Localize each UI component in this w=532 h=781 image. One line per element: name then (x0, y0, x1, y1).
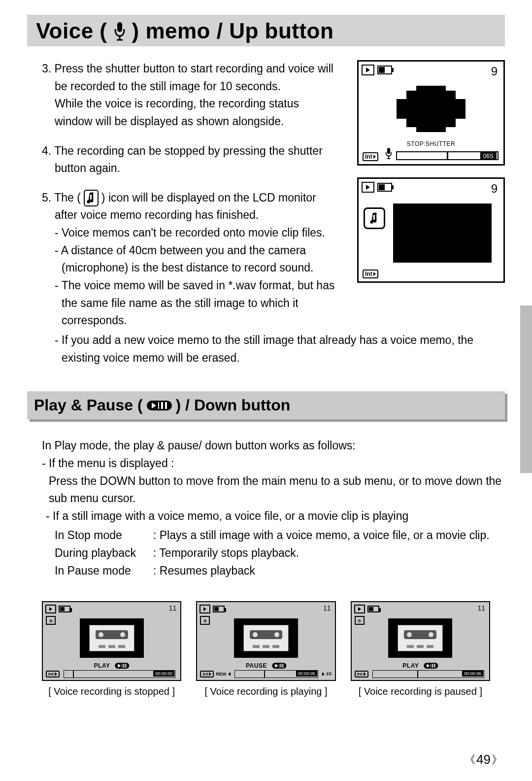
step-4-line: button again. (55, 160, 342, 177)
step-5-post: ) icon will be displayed on the LCD moni… (101, 189, 316, 207)
music-note-icon (364, 207, 385, 229)
playback-mode-icon (200, 605, 210, 613)
title-pre: Voice ( (36, 19, 107, 43)
manual-page: Voice ( ) memo / Up button 3. Press the … (0, 0, 532, 781)
step-4-line: 4. The recording can be stopped by press… (42, 142, 342, 160)
menu-line: - If the menu is displayed : (42, 455, 505, 473)
mode-val: : Plays a still image with a voice memo,… (153, 527, 490, 544)
mode-key: During playback (55, 544, 153, 562)
caption: [ Voice recording is paused ] (351, 686, 490, 697)
title-post: ) memo / Up button (132, 19, 334, 43)
voice-icon: ◎ (46, 616, 56, 625)
note-line: - Voice memos can't be recorded onto mov… (55, 224, 342, 242)
play-label: PLAY (94, 662, 110, 669)
elapsed-time: 00:00:00 (153, 671, 174, 677)
battery-icon (367, 606, 379, 612)
battery-icon (377, 183, 392, 192)
play-pause-icon (147, 401, 172, 410)
voice-icon: ◎ (355, 616, 365, 625)
note-line: - If you add a new voice memo to the sti… (55, 332, 505, 349)
play-pause-icon (115, 663, 130, 669)
battery-icon (59, 606, 70, 612)
lcd-recording: 9 STOP:SHUTTER 06S Int (357, 60, 505, 166)
lcd-illustrations: 9 STOP:SHUTTER 06S Int (357, 60, 505, 332)
playback-mode-icon (45, 605, 56, 613)
mode-val: : Resumes playback (153, 562, 255, 580)
thumb-playing: 11 ◎ PAUSE Int REW 00:00:05 FF (196, 601, 335, 697)
side-tab (520, 306, 532, 473)
note-line: - A distance of 40cm between you and the… (55, 242, 342, 260)
rew-label: REW (216, 672, 226, 677)
svg-rect-0 (117, 22, 122, 32)
note-line: the same file name as the still image to… (62, 295, 342, 312)
battery-icon (213, 606, 225, 612)
battery-icon (377, 66, 392, 74)
note-line: corresponds. (62, 312, 342, 330)
step-5-pre: 5. The ( (42, 189, 81, 207)
frame-number: 11 (169, 604, 177, 612)
caption: [ Voice recording is playing ] (196, 686, 335, 697)
note-line: - The voice memo will be saved in *.wav … (55, 277, 342, 295)
frame-number: 11 (323, 604, 331, 612)
memory-icon: Int (355, 671, 368, 678)
left-arrow-icon (228, 672, 231, 676)
mode-key: In Stop mode (55, 527, 153, 544)
section-title-post: ) / Down button (176, 396, 291, 414)
section-header-play-pause: Play & Pause ( ) / Down button (27, 391, 505, 419)
voice-icon: ◎ (200, 616, 210, 625)
progress-bar: 00:00:05 (234, 670, 318, 678)
instruction-text: 3. Press the shutter button to start rec… (42, 60, 342, 332)
frame-number: 9 (491, 182, 498, 196)
memory-icon: Int (200, 671, 214, 678)
photo-subject-icon (387, 82, 475, 136)
playing-line: - If a still image with a voice memo, a … (46, 508, 505, 525)
ff-label: FF (327, 672, 332, 677)
microphone-icon (112, 21, 127, 41)
cassette-icon (388, 618, 452, 658)
memory-icon: Int (363, 270, 378, 278)
playback-mode-icon (354, 605, 365, 613)
note-line: existing voice memo will be erased. (62, 349, 505, 367)
step-5-line: after voice memo recording has finished. (55, 206, 342, 224)
progress-bar: 00:00:06 (372, 670, 484, 678)
music-note-icon (84, 190, 99, 206)
lcd-finished: 9 Int (357, 177, 505, 283)
playback-mode-icon (362, 65, 374, 75)
playback-mode-icon (362, 182, 374, 193)
step-3-line: While the voice is recording, the record… (55, 95, 342, 113)
mode-val: : Temporarily stops playback. (153, 544, 299, 562)
section-voice-memo: 3. Press the shutter button to start rec… (27, 46, 505, 367)
frame-number: 11 (477, 604, 485, 612)
memory-icon: Int (363, 152, 378, 161)
pause-label: PAUSE (246, 662, 267, 669)
memory-icon: Int (46, 671, 60, 678)
section-play-pause-body: In Play mode, the play & pause/ down but… (27, 419, 505, 579)
intro-line: In Play mode, the play & pause/ down but… (42, 437, 505, 455)
right-arrow-icon (322, 672, 325, 676)
page-number: 《 49 》 (465, 752, 502, 767)
note-line: (microphone) is the best distance to rec… (62, 259, 342, 277)
still-image-placeholder (393, 204, 492, 263)
page-title: Voice ( ) memo / Up button (27, 15, 505, 46)
elapsed-time: 00:00:06 (462, 671, 483, 677)
play-pause-icon (424, 663, 438, 669)
thumb-stopped: 11 ◎ PLAY Int 00:00:00 [ Voice recording… (42, 601, 181, 697)
progress-bar: 00:00:00 (64, 670, 175, 678)
playback-thumbnails: 11 ◎ PLAY Int 00:00:00 [ Voice recording… (27, 601, 505, 697)
step-3-line: window will be displayed as shown alongs… (55, 113, 342, 131)
menu-line: Press the DOWN button to move from the m… (49, 473, 505, 490)
thumb-paused: 11 ◎ PLAY Int 00:00:06 [ Voice recording… (351, 601, 490, 697)
play-label: PLAY (402, 662, 419, 669)
menu-line: sub menu cursor. (49, 490, 505, 508)
step-3-line: be recorded to the still image for 10 se… (55, 78, 342, 96)
chevron-left-icon: 《 (465, 752, 475, 767)
elapsed-time: 00:00:05 (296, 671, 317, 677)
step-3-line: 3. Press the shutter button to start rec… (42, 60, 342, 78)
cassette-icon (80, 618, 144, 658)
play-pause-icon (272, 663, 286, 669)
chevron-right-icon: 》 (492, 752, 502, 767)
mode-key: In Pause mode (55, 562, 153, 580)
frame-number: 9 (491, 65, 498, 78)
caption: [ Voice recording is stopped ] (42, 686, 181, 697)
section-title-pre: Play & Pause ( (34, 396, 143, 414)
